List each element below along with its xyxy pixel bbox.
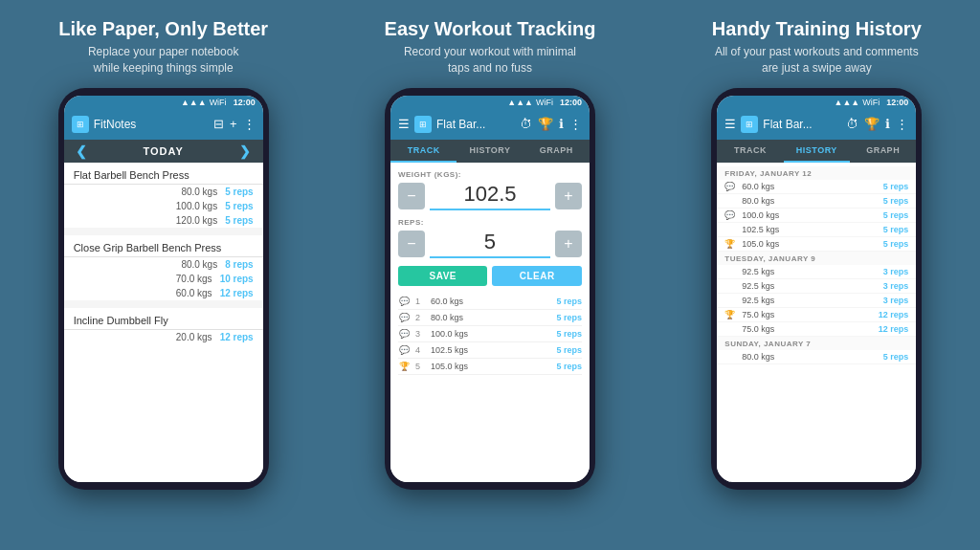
panel-1-subtitle: Replace your paper notebookwhile keeping… — [88, 44, 238, 77]
exercise-group-3: Incline Dumbbell Fly 20.0 kgs 12 reps — [64, 308, 263, 344]
trophy-icon-5: 🏆 — [398, 362, 412, 371]
hist-r-1-2: 5 reps — [883, 196, 909, 206]
app-icon-1: ⊞ — [72, 116, 89, 133]
info-icon[interactable]: ℹ — [559, 117, 564, 131]
phone-3: ▲▲▲ WiFi 12:00 ☰ ⊞ Flat Bar... ⏱ 🏆 ℹ ⋮ T… — [711, 88, 922, 490]
set-weight-3-1: 20.0 kgs — [176, 332, 212, 342]
trophy-icon[interactable]: 🏆 — [538, 117, 553, 131]
weight-value[interactable]: 102.5 — [430, 182, 550, 210]
tab-graph[interactable]: GRAPH — [523, 140, 590, 163]
log-num-3: 3 — [415, 329, 427, 339]
reps-plus-btn[interactable]: + — [555, 231, 582, 257]
log-reps-3: 5 reps — [556, 329, 582, 339]
wifi-icon-1: WiFi — [210, 98, 227, 107]
log-row-5: 🏆 5 105.0 kgs 5 reps — [398, 359, 582, 375]
tab-history[interactable]: HISTORY — [457, 140, 523, 163]
log-reps-1: 5 reps — [556, 297, 582, 306]
log-num-5: 5 — [415, 362, 427, 371]
phone-3-screen: ▲▲▲ WiFi 12:00 ☰ ⊞ Flat Bar... ⏱ 🏆 ℹ ⋮ T… — [717, 96, 916, 482]
panel-3: Handy Training History All of your past … — [654, 0, 980, 550]
set-reps-2-3: 12 reps — [220, 288, 254, 298]
tab-track[interactable]: TRACK — [390, 140, 457, 163]
log-num-1: 1 — [415, 297, 427, 306]
tab-bar-2: TRACK HISTORY GRAPH — [390, 140, 590, 163]
log-num-4: 4 — [415, 345, 427, 355]
hist-row-3-1: 80.0 kgs 5 reps — [717, 350, 916, 364]
prev-day-btn[interactable]: ❮ — [76, 143, 88, 159]
appname-3: Flat Bar... — [763, 118, 846, 131]
divider-2 — [64, 300, 263, 308]
weight-plus-btn[interactable]: + — [555, 183, 582, 209]
time-2: 12:00 — [560, 98, 582, 107]
log-weight-2: 80.0 kgs — [431, 313, 552, 322]
workout-list: Flat Barbell Bench Press 80.0 kgs 5 reps… — [64, 163, 263, 482]
appname-2: Flat Bar... — [436, 118, 520, 131]
phone-1-screen: ▲▲▲ WiFi 12:00 ⊞ FitNotes ⊟ + ⋮ ❮ TODAY — [64, 96, 263, 482]
add-icon[interactable]: + — [230, 117, 237, 131]
comment-hist-1-1: 💬 — [724, 182, 738, 191]
screen2-content: TRACK HISTORY GRAPH WEIGHT (KGS): − 102.… — [390, 140, 590, 482]
date-label-3: SUNDAY, JANUARY 7 — [717, 337, 916, 350]
timer-icon[interactable]: ⏱ — [520, 117, 532, 131]
weight-stepper: − 102.5 + — [398, 182, 582, 210]
log-reps-2: 5 reps — [556, 313, 582, 322]
hist-w-2-5: 75.0 kgs — [742, 324, 874, 334]
set-reps-1-3: 5 reps — [225, 215, 253, 226]
weight-minus-btn[interactable]: − — [398, 183, 425, 209]
trophy-icon-3[interactable]: 🏆 — [864, 117, 880, 131]
hist-w-1-5: 105.0 kgs — [742, 239, 879, 249]
phone-1: ▲▲▲ WiFi 12:00 ⊞ FitNotes ⊟ + ⋮ ❮ TODAY — [58, 88, 269, 490]
hist-w-1-1: 60.0 kgs — [742, 182, 879, 191]
comment-icon-4: 💬 — [398, 345, 412, 355]
hist-row-2-1: 92.5 kgs 3 reps — [717, 265, 916, 279]
more-icon[interactable]: ⋮ — [243, 117, 256, 131]
trophy-hist-1-5: 🏆 — [724, 239, 738, 249]
hamburger-icon-3[interactable]: ☰ — [724, 117, 736, 131]
appbar-icons-3: ⏱ 🏆 ℹ ⋮ — [846, 117, 908, 131]
more-icon-3[interactable]: ⋮ — [896, 117, 908, 131]
exercise-name-2[interactable]: Close Grip Barbell Bench Press — [64, 235, 263, 257]
tab-track-3[interactable]: TRACK — [717, 140, 783, 163]
reps-minus-btn[interactable]: − — [398, 231, 425, 257]
calendar-icon[interactable]: ⊟ — [213, 117, 224, 131]
log-row-4: 💬 4 102.5 kgs 5 reps — [398, 342, 582, 359]
exercise-name-1[interactable]: Flat Barbell Bench Press — [64, 163, 263, 185]
clear-button[interactable]: CLEAR — [492, 266, 582, 286]
more-icon-2[interactable]: ⋮ — [569, 117, 582, 131]
log-num-2: 2 — [415, 313, 427, 322]
set-row-2-1: 80.0 kgs 8 reps — [64, 257, 263, 272]
save-button[interactable]: SAVE — [398, 266, 488, 286]
set-weight-1-3: 120.0 kgs — [176, 215, 217, 226]
hist-r-1-3: 5 reps — [883, 210, 909, 220]
hist-r-2-5: 12 reps — [879, 324, 909, 334]
log-weight-1: 60.0 kgs — [431, 297, 552, 306]
reps-value[interactable]: 5 — [430, 230, 550, 258]
log-weight-5: 105.0 kgs — [431, 362, 552, 371]
hamburger-icon[interactable]: ☰ — [398, 117, 410, 131]
tab-graph-3[interactable]: GRAPH — [850, 140, 916, 163]
hist-row-2-4: 🏆 75.0 kgs 12 reps — [717, 308, 916, 322]
hist-row-1-1: 💬 60.0 kgs 5 reps — [717, 180, 916, 194]
wifi-icon-3: WiFi — [862, 98, 880, 107]
action-buttons: SAVE CLEAR — [398, 266, 582, 286]
hist-r-2-2: 3 reps — [883, 281, 909, 291]
info-icon-3[interactable]: ℹ — [885, 117, 890, 131]
timer-icon-3[interactable]: ⏱ — [846, 117, 858, 131]
exercise-name-3[interactable]: Incline Dumbbell Fly — [64, 308, 263, 330]
hist-row-2-2: 92.5 kgs 3 reps — [717, 279, 916, 294]
set-row-2-2: 70.0 kgs 10 reps — [64, 272, 263, 286]
time-1: 12:00 — [234, 98, 256, 107]
time-3: 12:00 — [886, 98, 908, 107]
next-day-btn[interactable]: ❯ — [239, 143, 252, 159]
trophy-hist-2-4: 🏆 — [724, 310, 738, 319]
appbar-3: ☰ ⊞ Flat Bar... ⏱ 🏆 ℹ ⋮ — [717, 109, 916, 140]
date-label-2: TUESDAY, JANUARY 9 — [717, 252, 916, 265]
date-label-1: FRIDAY, JANUARY 12 — [717, 166, 916, 180]
hist-w-1-2: 80.0 kgs — [742, 196, 879, 206]
log-weight-4: 102.5 kgs — [431, 345, 552, 355]
screen3-content: TRACK HISTORY GRAPH FRIDAY, JANUARY 12 💬… — [717, 140, 916, 482]
set-row-1-3: 120.0 kgs 5 reps — [64, 213, 263, 228]
tab-history-3[interactable]: HISTORY — [784, 140, 850, 163]
hist-r-2-3: 3 reps — [883, 296, 909, 305]
set-weight-1-1: 80.0 kgs — [181, 187, 217, 197]
